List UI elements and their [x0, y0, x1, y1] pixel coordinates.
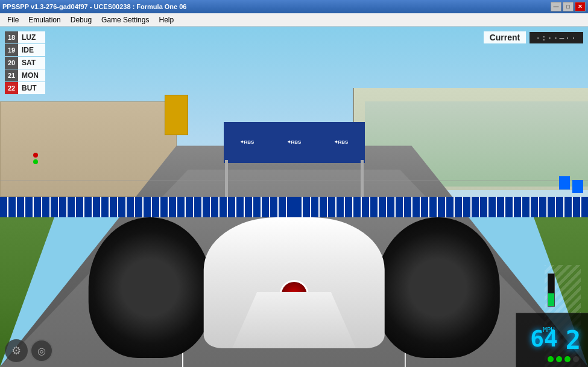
wheel-right	[376, 217, 500, 358]
menu-help[interactable]: Help	[154, 13, 179, 26]
maximize-button[interactable]: □	[563, 2, 574, 11]
gantry-sponsor-2: ✦RBS	[287, 139, 302, 145]
menu-emulation[interactable]: Emulation	[24, 13, 65, 26]
menu-file[interactable]: File	[2, 13, 24, 26]
f1-car	[88, 180, 500, 367]
cockpit-helmet	[253, 221, 335, 258]
finish-marker	[545, 265, 581, 367]
menu-bar: File Emulation Debug Game Settings Help	[0, 13, 588, 27]
gantry-bridge: ✦RBS ✦RBS ✦RBS	[224, 122, 365, 163]
crane-vehicle	[165, 95, 188, 136]
wheel-left	[88, 217, 212, 358]
menu-game-settings[interactable]: Game Settings	[96, 13, 154, 26]
close-button[interactable]: ✕	[575, 2, 586, 11]
title-bar-text: PPSSPP v1.3-276-gad04f97 - UCES00238 : F…	[2, 3, 187, 10]
game-viewport: ✦RBS ✦RBS ✦RBS 18 LUZ 19 IDE	[0, 27, 588, 367]
window-controls: — □ ✕	[551, 2, 586, 11]
gantry-sponsor-3: ✦RBS	[334, 139, 349, 145]
gantry-sponsor-1: ✦RBS	[240, 139, 254, 145]
menu-debug[interactable]: Debug	[66, 13, 96, 26]
minimize-button[interactable]: —	[551, 2, 561, 11]
title-bar: PPSSPP v1.3-276-gad04f97 - UCES00238 : F…	[0, 0, 588, 13]
